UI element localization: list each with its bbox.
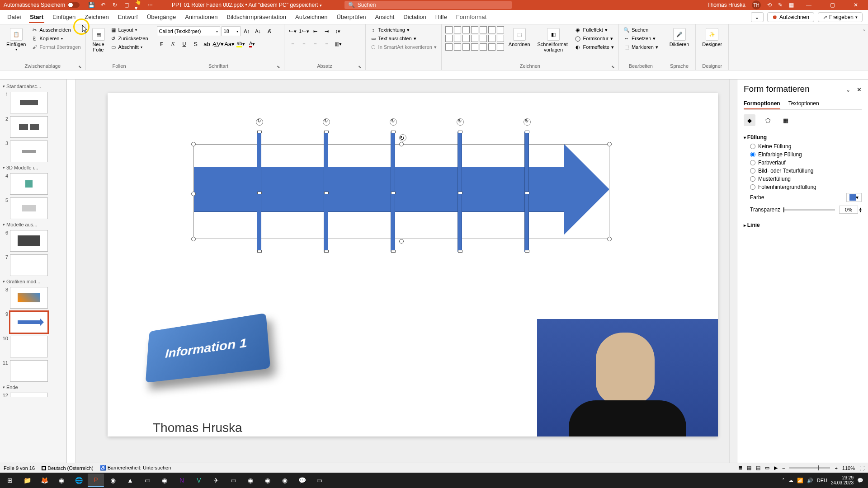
fill-pattern-radio[interactable]: Musterfüllung bbox=[744, 175, 862, 183]
rotate-handle-icon[interactable] bbox=[323, 118, 330, 126]
fill-picture-radio[interactable]: Bild- oder Texturfüllung bbox=[744, 167, 862, 175]
maximize-button[interactable]: ▢ bbox=[824, 0, 841, 10]
view-sorter-icon[interactable]: ▤ bbox=[756, 465, 760, 471]
sel-handle-icon[interactable] bbox=[191, 237, 196, 241]
rotate-handle-icon[interactable] bbox=[256, 118, 263, 126]
rotate-handle-icon[interactable] bbox=[524, 118, 531, 126]
horizontal-ruler[interactable] bbox=[0, 70, 868, 80]
taskbar-powerpoint-icon[interactable]: P bbox=[88, 474, 104, 487]
sync-icon[interactable]: ⟲ bbox=[767, 2, 772, 8]
tab-aufzeichnen[interactable]: Aufzeichnen bbox=[291, 11, 332, 23]
tray-wifi-icon[interactable]: 📶 bbox=[797, 478, 803, 483]
undo-icon[interactable]: ↶ bbox=[99, 1, 107, 9]
slide-counter[interactable]: Folie 9 von 16 bbox=[4, 465, 35, 471]
slide-thumbnail-pane[interactable]: Standardabsc... 1 2 3 3D Modelle i... 4 … bbox=[0, 80, 67, 463]
fill-none-radio[interactable]: Keine Füllung bbox=[744, 142, 862, 150]
line-section-header[interactable]: Linie bbox=[744, 220, 862, 230]
sel-handle-icon[interactable] bbox=[399, 142, 404, 146]
tab-datei[interactable]: Datei bbox=[3, 11, 25, 23]
username-label[interactable]: Thomas Hruska bbox=[707, 2, 745, 8]
minimize-button[interactable]: — bbox=[800, 0, 817, 10]
spacing-icon[interactable]: A͟V▾ bbox=[213, 39, 223, 49]
vbar-shape[interactable] bbox=[458, 131, 462, 252]
present-icon[interactable]: ▢ bbox=[123, 1, 130, 9]
sel-handle-icon[interactable] bbox=[191, 192, 196, 196]
zoom-out-icon[interactable]: − bbox=[782, 465, 785, 471]
tab-textoptions[interactable]: Textoptionen bbox=[788, 99, 819, 109]
text-direction-button[interactable]: ↕Textrichtung▾ bbox=[369, 26, 438, 33]
section-header[interactable]: Grafiken mod... bbox=[2, 277, 65, 286]
ribbon-expand-icon[interactable]: ⌄ bbox=[860, 24, 868, 70]
slide-thumb-5[interactable] bbox=[10, 197, 48, 219]
taskbar-app-icon[interactable]: ◉ bbox=[259, 474, 276, 487]
slide-thumb-8[interactable] bbox=[10, 287, 48, 309]
fill-slidebg-radio[interactable]: Folienhintergrundfüllung bbox=[744, 183, 862, 191]
size-icon[interactable]: ▦ bbox=[780, 114, 792, 126]
section-header[interactable]: Standardabsc... bbox=[2, 82, 65, 90]
tray-volume-icon[interactable]: 🔊 bbox=[807, 478, 813, 483]
sel-handle-icon[interactable] bbox=[607, 142, 612, 146]
designer-button[interactable]: ✨Designer bbox=[699, 26, 725, 49]
record-button[interactable]: ⏺Aufzeichnen bbox=[767, 12, 814, 22]
align-right-icon[interactable]: ≡ bbox=[311, 39, 321, 49]
copy-button[interactable]: ⎘Kopieren▾ bbox=[30, 35, 81, 42]
tab-formoptions[interactable]: Formoptionen bbox=[744, 99, 780, 109]
slide-canvas[interactable]: ↻ Information 1 Thomas Hruska bbox=[76, 80, 729, 463]
outdent-icon[interactable]: ⇤ bbox=[311, 26, 321, 36]
taskbar-edge-icon[interactable]: 🌐 bbox=[71, 474, 87, 487]
section-header[interactable]: Ende bbox=[2, 383, 65, 391]
align-left-icon[interactable]: ≡ bbox=[288, 39, 298, 49]
tray-overflow-icon[interactable]: ˄ bbox=[782, 478, 785, 483]
shadow-icon[interactable]: S bbox=[191, 39, 201, 49]
slide-thumb-7[interactable] bbox=[10, 254, 48, 276]
slide-thumb-12[interactable] bbox=[10, 393, 48, 397]
tab-hilfe[interactable]: Hilfe bbox=[431, 11, 452, 23]
tab-uebergaenge[interactable]: Übergänge bbox=[142, 11, 180, 23]
align-center-icon[interactable]: ≡ bbox=[299, 39, 309, 49]
transparency-slider[interactable] bbox=[783, 209, 835, 211]
fill-section-header[interactable]: Füllung bbox=[744, 132, 862, 142]
cut-button[interactable]: ✂Ausschneiden bbox=[30, 26, 81, 33]
align-text-button[interactable]: ▭Text ausrichten▾ bbox=[369, 35, 438, 42]
file-title[interactable]: PPT 01 Roter Faden 002.pptx • Auf "diese… bbox=[158, 2, 335, 8]
slide-thumb-2[interactable] bbox=[10, 116, 48, 138]
zoom-slider[interactable] bbox=[789, 467, 830, 469]
paste-button[interactable]: 📋Einfügen▾ bbox=[4, 26, 28, 54]
bullets-icon[interactable]: ≔▾ bbox=[288, 26, 298, 36]
linespacing-icon[interactable]: ↕▾ bbox=[333, 26, 343, 36]
rotate-handle-icon[interactable] bbox=[457, 118, 464, 126]
ribbon-collapse-button[interactable]: ⌄ bbox=[751, 12, 764, 22]
tab-zeichnen[interactable]: Zeichnen bbox=[80, 11, 113, 23]
dictate-button[interactable]: 🎤Diktieren bbox=[667, 26, 692, 49]
section-button[interactable]: ▭Abschnitt▾ bbox=[109, 43, 149, 51]
tab-ueberpruefen[interactable]: Überprüfen bbox=[332, 11, 371, 23]
tray-keyboard-label[interactable]: DEU bbox=[817, 478, 827, 483]
tab-formformat[interactable]: Formformat bbox=[452, 11, 491, 23]
language-status[interactable]: 🞐 Deutsch (Österreich) bbox=[41, 465, 94, 471]
new-slide-button[interactable]: ▤Neue Folie bbox=[90, 26, 108, 54]
taskbar-telegram-icon[interactable]: ✈ bbox=[208, 474, 224, 487]
slide-thumb-11[interactable] bbox=[10, 360, 48, 382]
avatar[interactable]: TH bbox=[752, 0, 761, 9]
vbar-shape[interactable] bbox=[257, 131, 261, 252]
sel-handle-icon[interactable] bbox=[399, 239, 404, 244]
view-slideshow-icon[interactable]: ▶ bbox=[774, 465, 778, 471]
taskbar-onenote-icon[interactable]: N bbox=[174, 474, 190, 487]
taskbar-app-icon[interactable]: ◉ bbox=[156, 474, 173, 487]
fill-line-icon[interactable]: ◆ bbox=[744, 114, 755, 126]
slide-thumb-3[interactable] bbox=[10, 141, 48, 162]
vertical-ruler[interactable] bbox=[67, 80, 76, 463]
tab-animationen[interactable]: Animationen bbox=[180, 11, 222, 23]
taskbar-chrome-icon[interactable]: ◉ bbox=[53, 474, 70, 487]
tray-clock[interactable]: 23:2924.03.2023 bbox=[831, 475, 854, 485]
select-button[interactable]: ⬚Markieren▾ bbox=[623, 43, 659, 51]
shrink-font-icon[interactable]: A↓ bbox=[253, 26, 263, 36]
taskbar-app-icon[interactable]: ◉ bbox=[242, 474, 259, 487]
transparency-value[interactable]: 0% bbox=[839, 206, 858, 214]
search-input[interactable]: 🔍 Suchen bbox=[344, 1, 512, 9]
underline-icon[interactable]: U bbox=[179, 39, 189, 49]
section-header[interactable]: 3D Modelle i... bbox=[2, 164, 65, 172]
fit-window-icon[interactable]: ⛶ bbox=[859, 465, 864, 471]
slide-thumb-6[interactable] bbox=[10, 230, 48, 252]
taskbar-app-icon[interactable]: ◉ bbox=[105, 474, 121, 487]
